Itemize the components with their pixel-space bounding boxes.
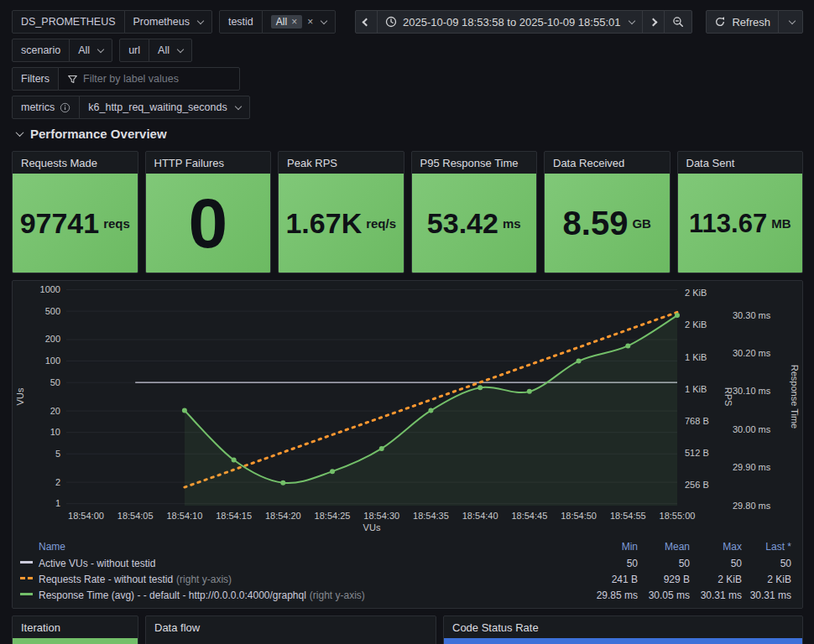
stat-unit: MB: [771, 216, 791, 231]
section-title: Performance Overview: [30, 127, 167, 141]
toolbar-row-4: metrics k6_http_req_waiting_seconds: [12, 96, 803, 119]
refresh-button[interactable]: Refresh: [706, 10, 779, 34]
legend-max-value: 50: [690, 556, 742, 572]
time-shift-back-button[interactable]: [355, 10, 378, 34]
timeseries-panel: 10005002001005020105212 KiB2 KiB1 KiB1 K…: [12, 280, 803, 609]
svg-text:200: 200: [45, 334, 60, 344]
metrics-picker: metrics k6_http_req_waiting_seconds: [12, 96, 250, 119]
stat-value: 1.67K: [285, 209, 362, 237]
svg-text:18:54:05: 18:54:05: [117, 511, 154, 521]
chip-close-icon[interactable]: ×: [291, 17, 297, 27]
section-performance-overview[interactable]: Performance Overview: [12, 124, 803, 143]
svg-text:18:54:55: 18:54:55: [610, 511, 646, 521]
bottom-row: Iteration Data flow Code Status Rate: [12, 615, 803, 644]
stat-value: 0: [188, 188, 227, 258]
svg-text:18:54:45: 18:54:45: [511, 511, 547, 521]
zoom-out-button[interactable]: [664, 10, 692, 34]
url-picker: url All: [119, 39, 192, 62]
svg-text:RPS: RPS: [723, 387, 733, 407]
stat-unit: GB: [632, 216, 651, 231]
legend-row: Response Time (avg) - - default - http:/…: [13, 588, 802, 604]
svg-text:30.10 ms: 30.10 ms: [733, 386, 771, 396]
toolbar-row-1: DS_PROMETHEUS Prometheus testid All × ×: [12, 10, 803, 34]
info-icon: [60, 102, 70, 113]
legend-header-min[interactable]: Min: [586, 540, 638, 556]
svg-text:5: 5: [55, 449, 60, 459]
timeseries-plot[interactable]: 10005002001005020105212 KiB2 KiB1 KiB1 K…: [13, 281, 802, 532]
panel-fill: [444, 638, 802, 644]
chevron-down-icon: [197, 17, 204, 23]
svg-text:Response Time: Response Time: [790, 365, 800, 428]
svg-text:18:54:25: 18:54:25: [315, 511, 351, 521]
stat-panel: HTTP Failures 0: [145, 151, 272, 273]
time-shift-forward-button[interactable]: [642, 10, 665, 34]
stat-panel-value-area: 8.59 GB: [545, 174, 670, 273]
legend-min-value: 29.85 ms: [586, 588, 638, 604]
legend-header-last[interactable]: Last *: [742, 540, 802, 556]
legend-header-name[interactable]: Name: [13, 540, 586, 556]
metrics-select[interactable]: k6_http_req_waiting_seconds: [79, 96, 249, 119]
stats-row: Requests Made 97741 reqs HTTP Failures 0…: [12, 151, 803, 273]
stat-value: 8.59: [563, 206, 629, 240]
legend-mean-value: 929 B: [638, 572, 690, 588]
svg-text:30.20 ms: 30.20 ms: [733, 348, 771, 358]
filters-label: Filters: [12, 67, 59, 91]
stat-panel-title: Peak RPS: [287, 157, 337, 169]
legend-last-value: 2 KiB: [742, 572, 802, 588]
chevron-left-icon: [363, 18, 371, 26]
datasource-picker: DS_PROMETHEUS Prometheus: [12, 10, 212, 34]
chevron-down-icon: [97, 45, 104, 52]
legend-series-name[interactable]: Active VUs - without testid: [13, 556, 586, 572]
svg-text:10: 10: [50, 427, 60, 437]
clear-selection-icon[interactable]: ×: [307, 17, 313, 27]
legend-header-max[interactable]: Max: [690, 540, 742, 556]
bottom-panel: Iteration: [12, 615, 138, 644]
testid-select[interactable]: All × ×: [262, 10, 336, 34]
chevron-down-icon: [629, 17, 635, 23]
legend-max-value: 30.31 ms: [690, 588, 742, 604]
series-swatch-icon: [20, 577, 33, 579]
refresh-interval-button[interactable]: [778, 10, 803, 34]
svg-text:2 KiB: 2 KiB: [685, 319, 707, 330]
svg-text:VUs: VUs: [15, 387, 25, 405]
testid-chip[interactable]: All ×: [271, 15, 302, 29]
panel-fill: [13, 638, 138, 644]
scenario-picker: scenario All: [12, 39, 112, 62]
legend-series-name[interactable]: Response Time (avg) - - default - http:/…: [13, 588, 586, 604]
svg-text:29.80 ms: 29.80 ms: [733, 501, 771, 511]
legend-series-name[interactable]: Requests Rate - without testid(right y-a…: [13, 572, 586, 588]
svg-text:20: 20: [50, 406, 60, 416]
legend-header-mean[interactable]: Mean: [638, 540, 690, 556]
stat-panel-value-area: 113.67 MB: [678, 174, 803, 273]
series-swatch-icon: [20, 561, 33, 564]
filters-input-wrap: [58, 67, 240, 91]
stat-panel-title: Data Received: [553, 157, 624, 169]
stat-panel: Data Received 8.59 GB: [544, 151, 671, 273]
url-select[interactable]: All: [149, 39, 192, 62]
chevron-right-icon: [650, 18, 658, 26]
stat-panel-value-area: 97741 reqs: [13, 174, 138, 273]
time-range-button[interactable]: 2025-10-09 18:53:58 to 2025-10-09 18:55:…: [377, 10, 644, 34]
testid-picker: testid All × ×: [219, 10, 336, 34]
svg-text:18:54:50: 18:54:50: [561, 511, 597, 521]
svg-text:18:54:40: 18:54:40: [462, 511, 498, 521]
stat-panel-value-area: 1.67K req/s: [279, 174, 404, 273]
svg-text:768 B: 768 B: [685, 416, 709, 426]
legend-table: Name Min Mean Max Last * Active VUs - wi…: [13, 540, 802, 604]
stat-unit: reqs: [103, 216, 130, 231]
svg-text:18:54:00: 18:54:00: [68, 511, 104, 521]
stat-panel-title: P95 Response Time: [420, 157, 519, 169]
svg-text:18:54:30: 18:54:30: [363, 511, 399, 521]
svg-text:30.30 ms: 30.30 ms: [733, 310, 771, 320]
legend-mean-value: 30.05 ms: [638, 588, 690, 604]
filter-input[interactable]: [83, 73, 231, 85]
datasource-select[interactable]: Prometheus: [124, 10, 212, 34]
chevron-down-icon: [789, 17, 796, 23]
panel-title: Data flow: [154, 621, 200, 634]
url-label: url: [119, 39, 149, 62]
legend-row: Requests Rate - without testid(right y-a…: [13, 572, 802, 588]
zoom-out-icon: [672, 16, 684, 28]
scenario-select[interactable]: All: [69, 39, 112, 62]
testid-label: testid: [219, 10, 263, 34]
stat-value: 97741: [20, 209, 100, 237]
